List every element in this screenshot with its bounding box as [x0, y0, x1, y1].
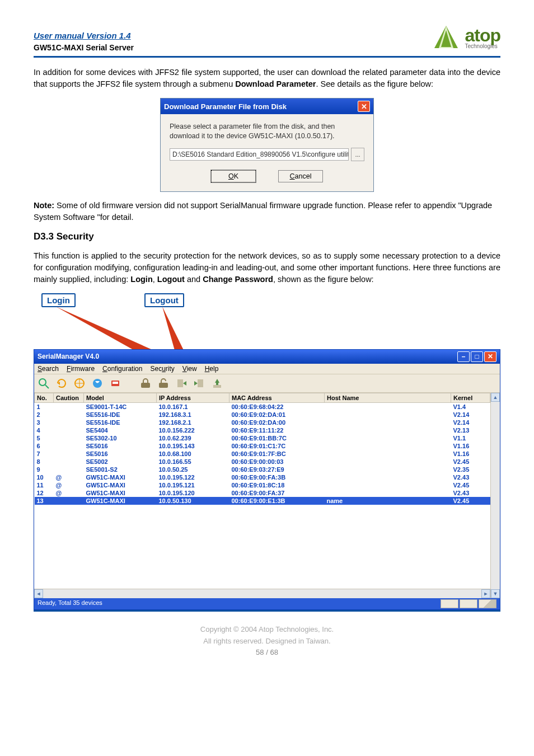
- cell-model: SE5516-IDE: [84, 411, 157, 419]
- brand-logo: atop Technologies: [431, 22, 500, 53]
- menu-view[interactable]: View: [182, 365, 197, 373]
- cell-caution: [54, 426, 84, 434]
- cell-caution: [54, 497, 84, 505]
- cell-kernel: V1.1: [451, 434, 490, 442]
- logout-tool-icon[interactable]: [156, 376, 171, 391]
- table-row[interactable]: 2SE5516-IDE192.168.3.100:60:E9:02:DA:01V…: [35, 411, 490, 419]
- ok-button[interactable]: OK: [211, 170, 256, 182]
- cell-ip: 10.0.50.25: [157, 466, 229, 473]
- col-host-name[interactable]: Host Name: [325, 393, 451, 402]
- brand-name: atop: [465, 25, 500, 45]
- cell-caution: [54, 458, 84, 466]
- app-title: SerialManager V4.0: [38, 353, 99, 360]
- cell-mac: 00:60:E9:00:E1:3B: [229, 497, 325, 505]
- table-row[interactable]: 5SE5302-1010.0.62.23900:60:E9:01:BB:7CV1…: [35, 434, 490, 442]
- svg-rect-13: [177, 379, 183, 387]
- svg-rect-15: [198, 379, 203, 387]
- table-row[interactable]: 8SE500210.0.166.5500:60:E9:00:00:03V2.45: [35, 458, 490, 466]
- cell-host: [325, 481, 451, 489]
- cell-mac: 00:60:E9:00:00:03: [229, 458, 325, 466]
- svg-marker-14: [183, 381, 186, 386]
- cell-mac: 00:60:E9:02:DA:00: [229, 419, 325, 426]
- serialmanager-figure: Login Logout SerialManager V4.0 – □ ✕ Se…: [34, 293, 500, 612]
- export-tool-icon[interactable]: [192, 376, 207, 391]
- table-row[interactable]: 7SE501610.0.68.10000:60:E9:01:7F:BCV1.16: [35, 450, 490, 458]
- cell-ip: 10.0.68.100: [157, 450, 229, 458]
- svg-rect-19: [216, 382, 218, 385]
- web-tool-icon[interactable]: [90, 376, 105, 391]
- menu-configuration[interactable]: Configuration: [102, 365, 142, 373]
- scroll-right-icon[interactable]: ►: [481, 589, 490, 598]
- cell-kernel: V2.45: [451, 497, 490, 505]
- cell-no: 2: [35, 411, 54, 419]
- cancel-button[interactable]: Cancel: [278, 170, 323, 182]
- cell-model: SE5516-IDE: [84, 419, 157, 426]
- close-icon[interactable]: ✕: [484, 351, 496, 362]
- table-row[interactable]: 12@GW51C-MAXI10.0.195.12000:60:E9:00:FA:…: [35, 489, 490, 497]
- table-row[interactable]: 4SE540410.0.156.22200:60:E9:11:11:22V2.1…: [35, 426, 490, 434]
- svg-point-8: [93, 379, 102, 388]
- scroll-left-icon[interactable]: ◄: [34, 589, 43, 598]
- menu-security[interactable]: Security: [150, 365, 174, 373]
- cell-host: [325, 458, 451, 466]
- cell-mac: 00:60:E9:01:8C:18: [229, 481, 325, 489]
- cell-model: SE5404: [84, 426, 157, 434]
- intro-paragraph: In addition for some devices with JFFS2 …: [34, 67, 500, 90]
- refresh-tool-icon[interactable]: [54, 376, 69, 391]
- import-tool-icon[interactable]: [174, 376, 189, 391]
- col-no-[interactable]: No.: [35, 393, 54, 402]
- col-model[interactable]: Model: [84, 393, 157, 402]
- menu-bar: Search Firmware Configuration Security V…: [34, 364, 500, 374]
- cell-model: SE9001-T-14C: [84, 402, 157, 411]
- col-caution[interactable]: Caution: [54, 393, 84, 402]
- dialog-title: Download Parameter File from Disk: [164, 102, 287, 111]
- cell-ip: 10.0.195.122: [157, 473, 229, 481]
- cell-no: 10: [35, 473, 54, 481]
- maximize-icon[interactable]: □: [471, 351, 483, 362]
- svg-rect-11: [141, 383, 150, 388]
- col-mac-address[interactable]: MAC Address: [229, 393, 325, 402]
- cell-model: GW51C-MAXI: [84, 473, 157, 481]
- browse-button[interactable]: ...: [351, 148, 364, 161]
- scroll-up-icon[interactable]: ▲: [491, 393, 500, 402]
- cell-host: [325, 450, 451, 458]
- table-row[interactable]: 11@GW51C-MAXI10.0.195.12100:60:E9:01:8C:…: [35, 481, 490, 489]
- vertical-scrollbar[interactable]: ▲ ▼: [490, 393, 500, 598]
- horizontal-scrollbar[interactable]: ◄ ►: [34, 589, 490, 598]
- menu-help[interactable]: Help: [205, 365, 219, 373]
- cell-ip: 10.0.62.239: [157, 434, 229, 442]
- download-tool-icon[interactable]: [210, 376, 224, 391]
- menu-search[interactable]: Search: [38, 365, 59, 373]
- login-tool-icon[interactable]: [138, 376, 153, 391]
- device-tool-icon[interactable]: [108, 376, 123, 391]
- cell-host: [325, 473, 451, 481]
- table-row[interactable]: 3SE5516-IDE192.168.2.100:60:E9:02:DA:00V…: [35, 419, 490, 426]
- col-kernel[interactable]: Kernel: [451, 393, 490, 402]
- minimize-icon[interactable]: –: [457, 351, 470, 362]
- cell-caution: [54, 419, 84, 426]
- file-path-field[interactable]: D:\SE5016 Standard Edition_89890056 V1.5…: [170, 148, 349, 161]
- table-row[interactable]: 10@GW51C-MAXI10.0.195.12200:60:E9:00:FA:…: [35, 473, 490, 481]
- network-tool-icon[interactable]: [72, 376, 87, 391]
- cell-mac: 00:60:E9:11:11:22: [229, 426, 325, 434]
- dialog-message: Please select a parameter file from the …: [170, 122, 364, 141]
- search-tool-icon[interactable]: [36, 376, 51, 391]
- cell-ip: 10.0.195.143: [157, 442, 229, 450]
- table-row[interactable]: 1SE9001-T-14C10.0.167.100:60:E9:68:04:22…: [35, 402, 490, 411]
- cell-caution: @: [54, 481, 84, 489]
- table-row[interactable]: 6SE501610.0.195.14300:60:E9:01:C1:7CV1.1…: [35, 442, 490, 450]
- cell-kernel: V1.16: [451, 442, 490, 450]
- svg-marker-18: [215, 379, 219, 383]
- table-row[interactable]: 13GW51C-MAXI10.0.50.13000:60:E9:00:E1:3B…: [35, 497, 490, 505]
- scroll-down-icon[interactable]: ▼: [491, 589, 500, 598]
- cell-host: [325, 434, 451, 442]
- cell-no: 4: [35, 426, 54, 434]
- cell-caution: [54, 466, 84, 473]
- col-ip-address[interactable]: IP Address: [157, 393, 229, 402]
- table-row[interactable]: 9SE5001-S210.0.50.2500:60:E9:03:27:E9V2.…: [35, 466, 490, 473]
- close-icon[interactable]: ✕: [358, 101, 370, 112]
- cell-model: SE5001-S2: [84, 466, 157, 473]
- status-bar: Ready, Total 35 devices: [34, 598, 500, 609]
- menu-firmware[interactable]: Firmware: [67, 365, 95, 373]
- cell-model: SE5016: [84, 450, 157, 458]
